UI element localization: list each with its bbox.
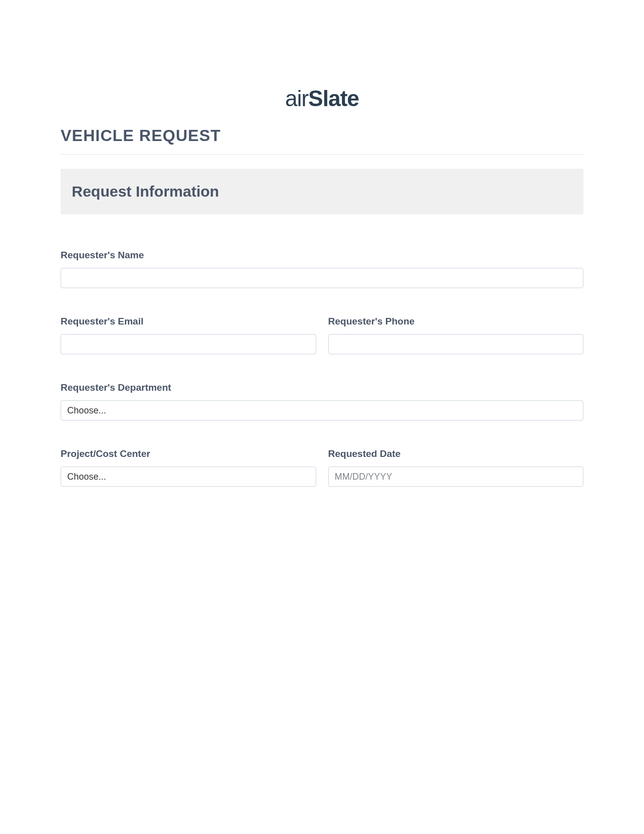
- date-input[interactable]: [328, 467, 584, 487]
- email-input[interactable]: [61, 334, 316, 354]
- date-label: Requested Date: [328, 448, 584, 459]
- phone-input[interactable]: [328, 334, 584, 354]
- department-selected: Choose...: [67, 405, 106, 416]
- page-title: VEHICLE REQUEST: [61, 126, 583, 145]
- divider: [61, 154, 583, 155]
- department-label: Requester's Department: [61, 382, 583, 393]
- project-selected: Choose...: [67, 472, 106, 482]
- logo: airSlate: [61, 86, 583, 111]
- logo-part1: air: [285, 86, 308, 111]
- project-select[interactable]: Choose...: [61, 467, 316, 487]
- section-title: Request Information: [72, 183, 572, 200]
- project-label: Project/Cost Center: [61, 448, 316, 459]
- name-input[interactable]: [61, 268, 583, 288]
- logo-part2: Slate: [308, 86, 359, 111]
- phone-label: Requester's Phone: [328, 316, 584, 327]
- department-select[interactable]: Choose...: [61, 400, 583, 421]
- section-header: Request Information: [61, 169, 583, 214]
- name-label: Requester's Name: [61, 250, 583, 261]
- email-label: Requester's Email: [61, 316, 316, 327]
